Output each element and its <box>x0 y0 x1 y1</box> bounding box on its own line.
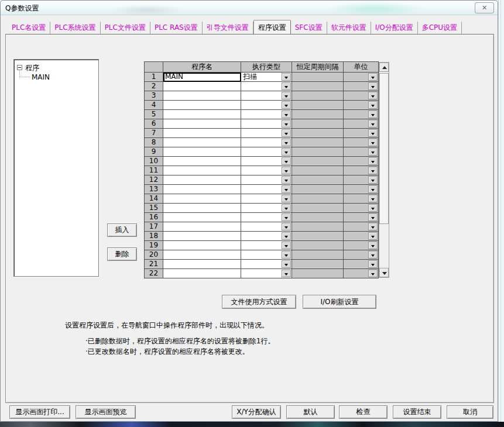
program-name-cell[interactable] <box>163 101 241 110</box>
exec-type-dropdown-icon[interactable] <box>282 73 291 81</box>
unit-cell[interactable] <box>344 147 379 157</box>
exec-type-cell[interactable] <box>241 250 292 260</box>
exec-type-dropdown-icon[interactable] <box>282 232 291 240</box>
program-name-cell[interactable] <box>163 91 241 101</box>
unit-cell[interactable] <box>344 138 379 147</box>
tab-2[interactable]: PLC文件设置 <box>101 22 150 34</box>
screen-preview-button[interactable]: 显示画面预览 <box>76 405 136 419</box>
program-name-cell[interactable] <box>163 204 241 213</box>
unit-cell[interactable] <box>344 73 379 82</box>
program-name-cell[interactable] <box>163 110 241 119</box>
exec-type-cell[interactable] <box>241 222 292 232</box>
unit-dropdown-icon[interactable] <box>368 195 378 202</box>
exec-type-cell[interactable] <box>241 269 292 278</box>
unit-dropdown-icon[interactable] <box>368 148 378 156</box>
unit-dropdown-icon[interactable] <box>368 120 378 128</box>
unit-dropdown-icon[interactable] <box>368 214 378 221</box>
check-button[interactable]: 检查 <box>339 405 388 419</box>
unit-cell[interactable] <box>344 241 379 250</box>
exec-type-dropdown-icon[interactable] <box>282 129 291 137</box>
program-name-cell[interactable] <box>163 194 241 204</box>
program-name-cell[interactable] <box>163 129 241 138</box>
exec-type-dropdown-icon[interactable] <box>282 270 291 277</box>
unit-dropdown-icon[interactable] <box>368 251 378 259</box>
unit-cell[interactable] <box>344 232 379 241</box>
tab-6[interactable]: SFC设置 <box>291 22 327 34</box>
exec-type-dropdown-icon[interactable] <box>282 101 291 109</box>
unit-dropdown-icon[interactable] <box>368 176 378 184</box>
tree-item-main[interactable]: MAIN <box>32 73 50 81</box>
exec-type-dropdown-icon[interactable] <box>282 214 291 221</box>
tab-1[interactable]: PLC系统设置 <box>50 22 100 34</box>
unit-dropdown-icon[interactable] <box>368 73 378 81</box>
xy-confirm-button[interactable]: X/Y分配确认 <box>232 405 281 419</box>
program-name-cell[interactable] <box>163 232 241 241</box>
program-name-cell[interactable] <box>163 82 241 91</box>
unit-dropdown-icon[interactable] <box>368 82 378 90</box>
tab-3[interactable]: PLC RAS设置 <box>150 22 203 34</box>
unit-cell[interactable] <box>344 260 379 269</box>
cancel-button[interactable]: 取消 <box>447 405 493 419</box>
exec-type-dropdown-icon[interactable] <box>282 139 291 146</box>
exec-type-dropdown-icon[interactable] <box>282 92 291 99</box>
program-name-cell[interactable] <box>163 119 241 129</box>
program-name-cell[interactable] <box>163 250 241 260</box>
unit-cell[interactable] <box>344 213 379 222</box>
unit-dropdown-icon[interactable] <box>368 111 378 118</box>
screen-print-button[interactable]: 显示画面打印... <box>9 405 70 419</box>
default-button[interactable]: 默认 <box>286 405 335 419</box>
exec-type-dropdown-icon[interactable] <box>282 251 291 259</box>
exec-type-dropdown-icon[interactable] <box>282 242 291 249</box>
exec-type-cell[interactable] <box>241 147 292 157</box>
unit-cell[interactable] <box>344 166 379 175</box>
exec-type-cell[interactable] <box>241 82 292 91</box>
unit-cell[interactable] <box>344 119 379 129</box>
unit-dropdown-icon[interactable] <box>368 157 378 165</box>
exec-type-dropdown-icon[interactable] <box>282 176 291 184</box>
exec-type-cell[interactable] <box>241 213 292 222</box>
unit-cell[interactable] <box>344 185 379 194</box>
exec-type-cell[interactable] <box>241 185 292 194</box>
unit-cell[interactable] <box>344 82 379 91</box>
exec-type-cell[interactable] <box>241 194 292 204</box>
tab-5[interactable]: 程序设置 <box>253 20 291 34</box>
exec-type-cell[interactable] <box>241 110 292 119</box>
exec-type-dropdown-icon[interactable] <box>282 111 291 118</box>
program-name-cell[interactable] <box>163 213 241 222</box>
file-usage-settings-button[interactable]: 文件使用方式设置 <box>222 295 296 309</box>
tab-4[interactable]: 引导文件设置 <box>203 22 253 34</box>
exec-type-cell[interactable] <box>241 119 292 129</box>
exec-type-cell[interactable] <box>241 241 292 250</box>
unit-cell[interactable] <box>344 157 379 166</box>
program-name-cell[interactable] <box>163 175 241 185</box>
unit-dropdown-icon[interactable] <box>368 129 378 137</box>
program-name-cell[interactable] <box>163 166 241 175</box>
scroll-down-icon[interactable] <box>379 268 389 277</box>
exec-type-dropdown-icon[interactable] <box>282 195 291 202</box>
exec-type-cell[interactable] <box>241 260 292 269</box>
tab-7[interactable]: 软元件设置 <box>327 22 371 34</box>
scrollbar-thumb[interactable] <box>379 73 389 224</box>
exec-type-dropdown-icon[interactable] <box>282 120 291 128</box>
unit-cell[interactable] <box>344 175 379 185</box>
tree-collapse-icon[interactable] <box>17 65 22 70</box>
unit-cell[interactable] <box>344 222 379 232</box>
exec-type-dropdown-icon[interactable] <box>282 223 291 230</box>
unit-cell[interactable] <box>344 204 379 213</box>
exec-type-dropdown-icon[interactable] <box>282 157 291 165</box>
unit-dropdown-icon[interactable] <box>368 223 378 230</box>
program-name-cell[interactable] <box>163 157 241 166</box>
exec-type-cell[interactable] <box>241 175 292 185</box>
exec-type-cell[interactable] <box>241 166 292 175</box>
unit-dropdown-icon[interactable] <box>368 101 378 109</box>
exec-type-cell[interactable] <box>241 101 292 110</box>
program-name-cell[interactable] <box>163 222 241 232</box>
program-name-cell[interactable] <box>163 260 241 269</box>
program-name-cell[interactable] <box>163 269 241 278</box>
io-refresh-settings-button[interactable]: I/O刷新设置 <box>303 295 376 309</box>
unit-dropdown-icon[interactable] <box>368 185 378 193</box>
insert-button[interactable]: 插入 <box>107 223 137 237</box>
tab-8[interactable]: I/O分配设置 <box>371 22 418 34</box>
unit-dropdown-icon[interactable] <box>368 232 378 240</box>
scroll-up-icon[interactable] <box>379 63 389 72</box>
